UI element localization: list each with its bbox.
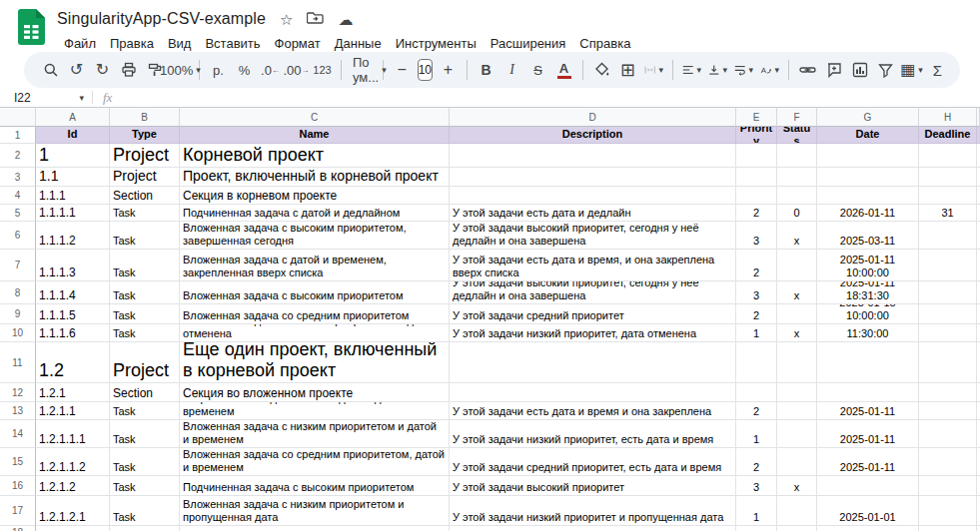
column-header-E[interactable]: E (736, 108, 777, 127)
cell-F10[interactable]: x (777, 324, 817, 342)
cell-C5[interactable]: Подчиненная задача с датой и дедлайном (180, 205, 450, 222)
column-header-A[interactable]: A (36, 108, 110, 127)
cell-A2[interactable]: 1 (36, 144, 110, 168)
cell-E14[interactable]: 1 (736, 420, 777, 448)
menu-format[interactable]: Формат (268, 34, 328, 53)
font-size-input[interactable]: 10 (418, 59, 433, 81)
decrease-decimal-button[interactable]: .0← (258, 57, 283, 83)
cell-E1[interactable]: Priority (736, 127, 777, 144)
column-header-B[interactable]: B (110, 108, 180, 127)
cell-A6[interactable]: 1.1.1.2 (36, 222, 110, 250)
cell-F1[interactable]: Status (777, 127, 817, 144)
row-header-18[interactable]: 18 (0, 526, 36, 531)
cell-H15[interactable] (919, 448, 977, 476)
cell-C3[interactable]: Проект, включенный в корневой проект (180, 168, 450, 187)
cell-D5[interactable]: У этой задачи есть дата и дедлайн (450, 205, 736, 222)
row-header-5[interactable]: 5 (0, 205, 36, 222)
horizontal-align-button[interactable]: ▾ (679, 57, 704, 83)
cell-G15[interactable]: 2025-01-11 (817, 448, 919, 476)
cell-F14[interactable] (777, 420, 817, 448)
cell-F16[interactable]: x (777, 476, 817, 496)
row-header-13[interactable]: 13 (0, 402, 36, 420)
zoom-select[interactable]: 100%▾ (168, 57, 193, 83)
cell-C9[interactable]: Вложенная задача со средним приоритетом (180, 304, 450, 324)
cell-A14[interactable]: 1.2.1.1.1 (36, 420, 110, 448)
cell-A16[interactable]: 1.2.1.2 (36, 476, 110, 496)
cell-G12[interactable] (817, 383, 919, 402)
cell-E7[interactable]: 2 (736, 250, 777, 281)
vertical-align-button[interactable]: ▾ (705, 57, 730, 83)
cell-B9[interactable]: Task (110, 304, 180, 324)
menu-tools[interactable]: Инструменты (389, 34, 484, 53)
menu-help[interactable]: Справка (572, 34, 637, 53)
cell-D17[interactable]: У этой задачи низкий приоритет и пропуще… (450, 496, 736, 526)
row-header-1[interactable]: 1 (0, 127, 36, 144)
currency-format-button[interactable]: р. (206, 57, 231, 83)
percent-format-button[interactable]: % (232, 57, 257, 83)
cell-C8[interactable]: Вложенная задача с высоким приоритетом (180, 281, 450, 304)
menu-insert[interactable]: Вставить (198, 34, 267, 53)
cell-E11[interactable] (736, 342, 777, 383)
cell-C6[interactable]: Вложенная задача с высоким приоритетом, … (180, 222, 450, 250)
cell-F4[interactable] (777, 187, 817, 205)
cell-G3[interactable] (817, 168, 919, 187)
document-title[interactable]: SingularityApp-CSV-example (57, 10, 266, 28)
cell-D4[interactable] (450, 187, 736, 205)
increase-decimal-button[interactable]: .00→ (284, 57, 309, 83)
cell-E4[interactable] (736, 187, 777, 205)
menu-edit[interactable]: Правка (103, 34, 161, 53)
cell-G17[interactable]: 2025-01-01 (817, 496, 919, 526)
cell-F7[interactable] (777, 250, 817, 281)
cell-F6[interactable]: x (777, 222, 817, 250)
cell-G13[interactable]: 2025-01-11 (817, 402, 919, 420)
cell-B8[interactable]: Task (110, 281, 180, 304)
cell-D7[interactable]: У этой задачи есть дата и время, и она з… (450, 250, 736, 281)
cell-G11[interactable] (817, 342, 919, 383)
cell-E3[interactable] (736, 168, 777, 187)
menu-file[interactable]: Файл (57, 34, 103, 53)
table-views-button[interactable]: ▦ ▾ (899, 57, 924, 83)
cell-E5[interactable]: 2 (736, 205, 777, 222)
cell-E13[interactable]: 2 (736, 402, 777, 420)
cell-C2[interactable]: Корневой проект (180, 144, 450, 168)
cell-G5[interactable]: 2026-01-11 (817, 205, 919, 222)
cell-D13[interactable]: У этой задачи есть дата и время и она за… (450, 402, 736, 420)
cell-C14[interactable]: Вложенная задача с низким приоритетом и … (180, 420, 450, 448)
cell-B15[interactable]: Task (110, 448, 180, 476)
move-folder-icon[interactable] (307, 11, 324, 27)
column-header-D[interactable]: D (450, 108, 736, 127)
cell-G4[interactable] (817, 187, 919, 205)
cell-E17[interactable]: 1 (736, 496, 777, 526)
cell-H17[interactable] (919, 496, 977, 526)
cell-F8[interactable]: x (777, 281, 817, 304)
cell-A17[interactable]: 1.2.1.2.1 (36, 496, 110, 526)
font-family-select[interactable]: По ум...▾ (348, 57, 377, 83)
cell-H1[interactable]: Deadline (919, 127, 977, 144)
row-header-8[interactable]: 8 (0, 281, 36, 304)
cell-E9[interactable]: 2 (736, 304, 777, 324)
cell-H14[interactable] (919, 420, 977, 448)
cell-E16[interactable]: 3 (736, 476, 777, 496)
cell-A15[interactable]: 1.2.1.1.2 (36, 448, 110, 476)
cell-A10[interactable]: 1.1.1.6 (36, 324, 110, 342)
cell-B12[interactable]: Section (110, 383, 180, 402)
cell-D15[interactable]: У этой задачи средний приоритет, есть да… (450, 448, 736, 476)
menu-extensions[interactable]: Расширения (484, 34, 573, 53)
cell-G7[interactable]: 2025-01-11 10:00:00 (817, 250, 919, 281)
search-button[interactable] (38, 57, 63, 83)
cell-G16[interactable] (817, 476, 919, 496)
cell-E18[interactable] (736, 526, 777, 531)
cell-C1[interactable]: Name (180, 127, 450, 144)
cell-B16[interactable]: Task (110, 476, 180, 496)
cell-B2[interactable]: Project (110, 144, 180, 168)
cell-B5[interactable]: Task (110, 205, 180, 222)
cell-D16[interactable]: У этой задачи высокий приоритет (450, 476, 736, 496)
cell-C7[interactable]: Вложенная задача с датой и временем, зак… (180, 250, 450, 281)
cell-A8[interactable]: 1.1.1.4 (36, 281, 110, 304)
menu-data[interactable]: Данные (328, 34, 389, 53)
text-color-button[interactable]: A (551, 57, 576, 83)
cell-D14[interactable]: У этой задачи низкий приоритет, есть дат… (450, 420, 736, 448)
cell-F13[interactable] (777, 402, 817, 420)
row-header-14[interactable]: 14 (0, 420, 36, 448)
cell-A11[interactable]: 1.2 (36, 342, 110, 383)
